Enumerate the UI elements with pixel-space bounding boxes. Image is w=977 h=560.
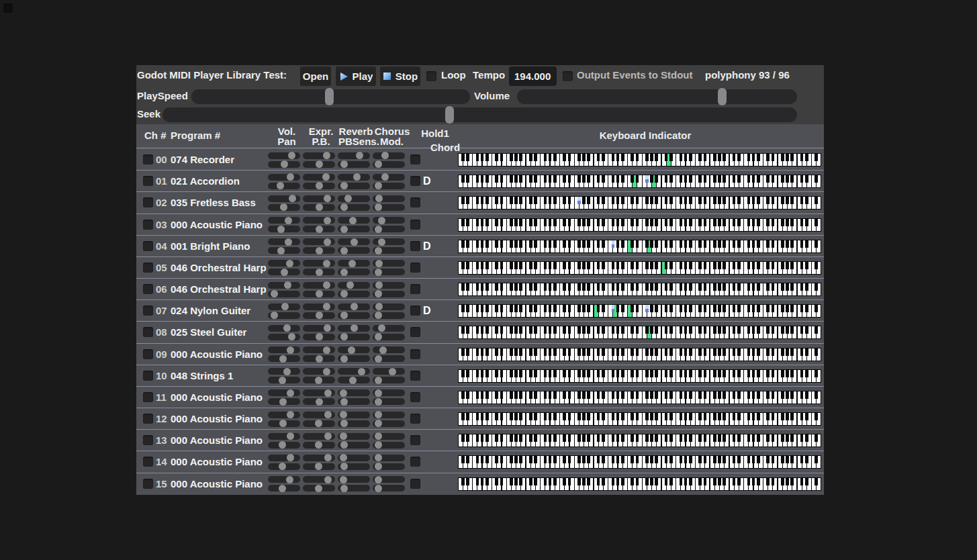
reverb-mini-slider[interactable] xyxy=(338,346,370,353)
stdout-checkbox[interactable] xyxy=(563,71,573,81)
volume-mini-slider[interactable] xyxy=(268,325,300,332)
expression-mini-slider[interactable] xyxy=(303,325,335,332)
volume-mini-slider-grabber[interactable] xyxy=(287,411,294,418)
volume-mini-slider[interactable] xyxy=(268,217,300,224)
pitchbend-mini-slider-grabber[interactable] xyxy=(316,269,323,276)
pbsens-mini-slider-grabber[interactable] xyxy=(340,441,348,449)
pitchbend-mini-slider[interactable] xyxy=(303,398,335,405)
reverb-mini-slider[interactable] xyxy=(338,389,370,396)
expression-mini-slider[interactable] xyxy=(303,195,335,202)
pan-mini-slider-grabber[interactable] xyxy=(279,355,287,363)
volume-mini-slider[interactable] xyxy=(268,346,300,353)
reverb-mini-slider[interactable] xyxy=(338,152,370,159)
reverb-mini-slider-grabber[interactable] xyxy=(351,303,358,310)
pbsens-mini-slider[interactable] xyxy=(338,377,370,383)
pan-mini-slider[interactable] xyxy=(268,485,300,492)
modulation-mini-slider-grabber[interactable] xyxy=(375,333,382,340)
expression-mini-slider[interactable] xyxy=(303,304,335,310)
volume-mini-slider-grabber[interactable] xyxy=(285,238,292,246)
modulation-mini-slider[interactable] xyxy=(373,463,405,470)
expression-mini-slider-grabber[interactable] xyxy=(324,195,331,202)
chorus-mini-slider-grabber[interactable] xyxy=(375,195,383,202)
chorus-mini-slider-grabber[interactable] xyxy=(375,454,382,461)
hold1-checkbox[interactable] xyxy=(410,435,420,445)
reverb-mini-slider-grabber[interactable] xyxy=(346,281,354,289)
channel-enable-checkbox[interactable] xyxy=(143,220,153,230)
volume-mini-slider[interactable] xyxy=(268,368,300,375)
pitchbend-mini-slider-grabber[interactable] xyxy=(316,312,323,319)
pbsens-mini-slider[interactable] xyxy=(338,442,370,449)
expression-mini-slider-grabber[interactable] xyxy=(324,476,332,483)
reverb-mini-slider-grabber[interactable] xyxy=(356,152,363,159)
pbsens-mini-slider-grabber[interactable] xyxy=(340,333,348,340)
pbsens-mini-slider[interactable] xyxy=(338,485,370,492)
volume-mini-slider[interactable] xyxy=(268,433,300,440)
pan-mini-slider[interactable] xyxy=(268,204,300,211)
modulation-mini-slider[interactable] xyxy=(373,226,405,232)
pan-mini-slider-grabber[interactable] xyxy=(281,160,288,168)
chorus-mini-slider[interactable] xyxy=(373,260,405,267)
pitchbend-mini-slider-grabber[interactable] xyxy=(315,485,322,492)
modulation-mini-slider-grabber[interactable] xyxy=(375,247,382,254)
expression-mini-slider-grabber[interactable] xyxy=(323,281,330,289)
chorus-mini-slider-grabber[interactable] xyxy=(375,303,383,310)
pitchbend-mini-slider-grabber[interactable] xyxy=(316,160,323,168)
pan-mini-slider-grabber[interactable] xyxy=(279,377,286,384)
pan-mini-slider[interactable] xyxy=(268,334,300,340)
pitchbend-mini-slider[interactable] xyxy=(303,161,335,168)
hold1-checkbox[interactable] xyxy=(410,457,420,467)
pitchbend-mini-slider[interactable] xyxy=(303,291,335,297)
chorus-mini-slider[interactable] xyxy=(373,217,405,224)
pan-mini-slider-grabber[interactable] xyxy=(280,203,287,211)
pitchbend-mini-slider[interactable] xyxy=(303,204,335,211)
pan-mini-slider-grabber[interactable] xyxy=(277,226,285,233)
play-button[interactable]: Play xyxy=(336,66,376,86)
channel-enable-checkbox[interactable] xyxy=(143,284,153,294)
modulation-mini-slider[interactable] xyxy=(373,442,405,449)
chorus-mini-slider-grabber[interactable] xyxy=(389,368,396,375)
chorus-mini-slider-grabber[interactable] xyxy=(375,432,382,440)
channel-enable-checkbox[interactable] xyxy=(143,263,153,273)
chorus-mini-slider[interactable] xyxy=(373,455,405,461)
pbsens-mini-slider[interactable] xyxy=(338,398,370,405)
volume-mini-slider[interactable] xyxy=(268,389,300,396)
reverb-mini-slider-grabber[interactable] xyxy=(344,195,352,202)
reverb-mini-slider[interactable] xyxy=(338,195,370,202)
pan-mini-slider-grabber[interactable] xyxy=(277,182,284,189)
expression-mini-slider[interactable] xyxy=(303,476,335,483)
pbsens-mini-slider-grabber[interactable] xyxy=(340,420,348,427)
channel-enable-checkbox[interactable] xyxy=(143,371,153,381)
reverb-mini-slider-grabber[interactable] xyxy=(340,454,347,461)
volume-slider[interactable] xyxy=(517,89,797,104)
modulation-mini-slider-grabber[interactable] xyxy=(375,463,382,470)
pbsens-mini-slider[interactable] xyxy=(338,420,370,427)
modulation-mini-slider-grabber[interactable] xyxy=(375,441,382,449)
pitchbend-mini-slider[interactable] xyxy=(303,377,335,383)
pbsens-mini-slider-grabber[interactable] xyxy=(340,463,348,470)
expression-mini-slider[interactable] xyxy=(303,174,335,181)
pitchbend-mini-slider[interactable] xyxy=(303,312,335,319)
modulation-mini-slider-grabber[interactable] xyxy=(375,269,382,276)
pbsens-mini-slider[interactable] xyxy=(338,355,370,362)
pan-mini-slider[interactable] xyxy=(268,312,300,319)
pan-mini-slider[interactable] xyxy=(268,161,300,168)
hold1-checkbox[interactable] xyxy=(410,154,420,165)
modulation-mini-slider-grabber[interactable] xyxy=(375,377,382,384)
chorus-mini-slider-grabber[interactable] xyxy=(378,324,385,332)
chorus-mini-slider[interactable] xyxy=(373,346,405,353)
pan-mini-slider-grabber[interactable] xyxy=(279,441,286,449)
pbsens-mini-slider[interactable] xyxy=(338,269,370,275)
pitchbend-mini-slider-grabber[interactable] xyxy=(315,463,322,470)
pitchbend-mini-slider[interactable] xyxy=(303,355,335,362)
volume-mini-slider[interactable] xyxy=(268,412,300,418)
volume-mini-slider[interactable] xyxy=(268,174,300,181)
volume-mini-slider-grabber[interactable] xyxy=(287,346,294,354)
pan-mini-slider[interactable] xyxy=(268,226,300,232)
reverb-mini-slider-grabber[interactable] xyxy=(340,411,347,418)
channel-enable-checkbox[interactable] xyxy=(143,479,153,489)
expression-mini-slider-grabber[interactable] xyxy=(324,238,331,246)
reverb-mini-slider-grabber[interactable] xyxy=(348,260,356,267)
reverb-mini-slider[interactable] xyxy=(338,174,370,181)
volume-mini-slider[interactable] xyxy=(268,476,300,483)
pbsens-mini-slider-grabber[interactable] xyxy=(340,312,348,319)
